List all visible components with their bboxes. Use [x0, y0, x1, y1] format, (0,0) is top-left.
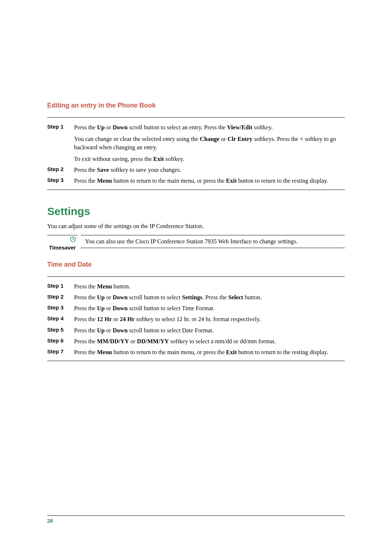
step-row: Step 6Press the MM/DD/YY or DD/MM/YY sof… [47, 335, 345, 346]
step-paragraph: You can change or clear the selected ent… [74, 135, 345, 151]
step-paragraph: Press the Save softkey to save your chan… [74, 166, 345, 174]
step-paragraph: Press the Menu button to return to the m… [74, 177, 345, 185]
bold-term: Change [200, 135, 220, 142]
step-label: Step 1 [47, 280, 74, 291]
bold-term: Up [97, 124, 105, 131]
page-number: 28 [47, 518, 53, 524]
bold-term: 12 Hr [97, 316, 112, 323]
bold-term: Up [97, 305, 105, 312]
bold-term: Up [97, 294, 105, 301]
step-paragraph: To exit without saving, press the Exit s… [74, 155, 345, 163]
bold-term: DD/MM/YY [137, 338, 169, 345]
step-row: Step 1Press the Up or Down scroll button… [47, 121, 345, 164]
bold-term: Down [113, 327, 127, 334]
step-body: Press the Up or Down scroll button to se… [74, 291, 345, 302]
step-body: Press the Menu button to return to the m… [74, 175, 345, 186]
timesaver-label: Timesaver [49, 244, 76, 251]
bold-term: Settings [182, 294, 202, 301]
rule-bottom-2 [47, 361, 345, 361]
steps-block-2: Step 1Press the Menu button.Step 2Press … [47, 280, 345, 357]
step-row: Step 5Press the Up or Down scroll button… [47, 324, 345, 335]
clock-icon [70, 236, 76, 243]
settings-intro-text: You can adjust some of the settings on t… [47, 223, 345, 230]
steps-block-1: Step 1Press the Up or Down scroll button… [47, 121, 345, 186]
step-body: Press the Menu button. [74, 280, 345, 291]
step-label: Step 3 [47, 175, 74, 186]
step-label: Step 3 [47, 302, 74, 313]
bold-term: MM/DD/YY [97, 338, 129, 345]
step-label: Step 4 [47, 313, 74, 324]
bold-term: < [300, 135, 303, 142]
subsection-heading-editing: Editing an entry in the Phone Book [47, 102, 345, 109]
bold-term: Exit [226, 177, 237, 184]
bold-term: Down [113, 294, 127, 301]
step-paragraph: Press the Menu button to return to the m… [74, 348, 345, 356]
timesaver-icon-wrap [47, 235, 78, 244]
rule-top-1 [47, 117, 345, 118]
step-label: Step 1 [47, 121, 74, 164]
step-label: Step 2 [47, 164, 74, 175]
step-body: Press the Up or Down scroll button to se… [74, 302, 345, 313]
step-body: Press the MM/DD/YY or DD/MM/YY softkey t… [74, 335, 345, 346]
footer-rule [47, 515, 345, 516]
document-page: Editing an entry in the Phone Book Step … [0, 0, 392, 555]
rule-top-2 [47, 276, 345, 277]
step-label: Step 6 [47, 335, 74, 346]
step-row: Step 2Press the Up or Down scroll button… [47, 291, 345, 302]
bold-term: Exit [153, 155, 164, 162]
step-body: Press the Up or Down scroll button to se… [74, 324, 345, 335]
bold-term: Down [113, 305, 127, 312]
step-row: Step 4Press the 12 Hr or 24 Hr softkey t… [47, 313, 345, 324]
bold-term: Exit [226, 349, 237, 356]
section-heading-settings: Settings [47, 205, 345, 218]
timesaver-note: Timesaver You can also use the Cisco IP … [47, 235, 345, 251]
step-row: Step 3Press the Menu button to return to… [47, 175, 345, 186]
step-row: Step 3Press the Up or Down scroll button… [47, 302, 345, 313]
bold-term: Save [97, 166, 109, 173]
step-paragraph: Press the Up or Down scroll button to se… [74, 293, 345, 301]
timesaver-left: Timesaver [47, 235, 78, 251]
rule-bottom-1 [47, 190, 345, 190]
timesaver-text: You can also use the Cisco IP Conference… [81, 235, 345, 248]
bold-term: Menu [97, 283, 112, 290]
bold-term: Up [97, 327, 105, 334]
step-row: Step 1Press the Menu button. [47, 280, 345, 291]
step-label: Step 2 [47, 291, 74, 302]
bold-term: Down [113, 124, 127, 131]
bold-term: Menu [97, 177, 112, 184]
step-paragraph: Press the MM/DD/YY or DD/MM/YY softkey t… [74, 337, 345, 345]
step-paragraph: Press the Up or Down scroll button to se… [74, 304, 345, 312]
step-body: Press the Menu button to return to the m… [74, 346, 345, 357]
bold-term: Menu [97, 349, 112, 356]
step-body: Press the Up or Down scroll button to se… [74, 121, 345, 164]
step-body: Press the Save softkey to save your chan… [74, 164, 345, 175]
step-row: Step 7Press the Menu button to return to… [47, 346, 345, 357]
bold-term: Clr Entry [228, 135, 253, 142]
step-row: Step 2Press the Save softkey to save you… [47, 164, 345, 175]
step-body: Press the 12 Hr or 24 Hr softkey to sele… [74, 313, 345, 324]
step-paragraph: Press the Up or Down scroll button to se… [74, 327, 345, 335]
bold-term: 24 Hr [120, 316, 135, 323]
step-paragraph: Press the Up or Down scroll button to se… [74, 123, 345, 131]
step-label: Step 7 [47, 346, 74, 357]
bold-term: View/Edit [227, 124, 252, 131]
bold-term: Select [228, 294, 243, 301]
step-paragraph: Press the Menu button. [74, 283, 345, 291]
step-label: Step 5 [47, 324, 74, 335]
step-paragraph: Press the 12 Hr or 24 Hr softkey to sele… [74, 315, 345, 323]
subsection-heading-timedate: Time and Date [47, 261, 345, 268]
